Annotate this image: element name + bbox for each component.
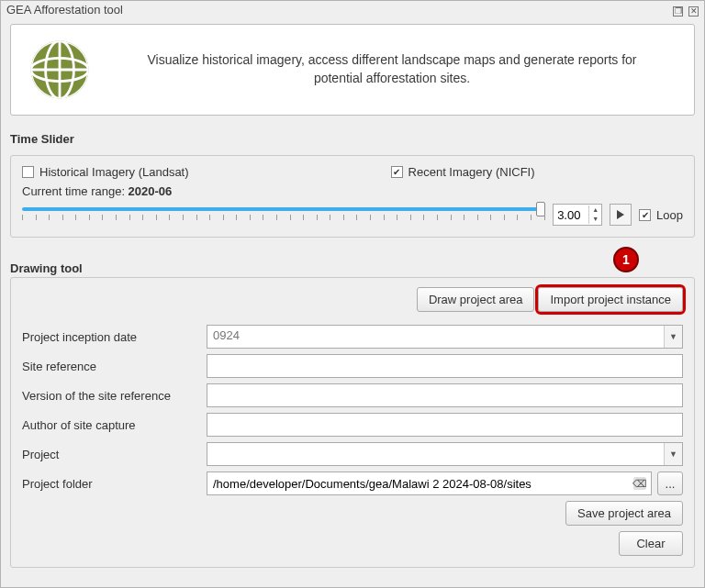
loop-checkbox[interactable]: ✔ Loop: [639, 208, 683, 222]
inception-date-combo[interactable]: 0924 ▼: [207, 325, 683, 349]
spinner-up-icon[interactable]: ▲: [589, 205, 601, 215]
historical-imagery-label: Historical Imagery (Landsat): [39, 165, 189, 179]
browse-folder-button[interactable]: ...: [657, 472, 683, 495]
svg-marker-7: [617, 210, 624, 219]
titlebar: GEA Afforestation tool ❐ ✕: [1, 1, 704, 18]
play-icon: [616, 210, 625, 219]
save-project-area-button[interactable]: Save project area: [565, 501, 683, 526]
window-controls: ❐ ✕: [671, 3, 699, 17]
chevron-down-icon[interactable]: ▼: [664, 326, 682, 348]
clear-button[interactable]: Clear: [619, 531, 683, 556]
detach-icon[interactable]: ❐: [673, 6, 683, 17]
inception-date-value: 0924: [207, 326, 664, 348]
recent-imagery-checkbox[interactable]: ✔ Recent Imagery (NICFI): [391, 165, 535, 179]
annotation-badge: 1: [613, 247, 639, 272]
play-button[interactable]: [610, 204, 632, 226]
close-icon[interactable]: ✕: [688, 6, 699, 17]
header-box: Visualize historical imagery, access dif…: [10, 24, 695, 116]
project-value: [207, 443, 664, 465]
author-input[interactable]: [207, 413, 683, 437]
chevron-down-icon[interactable]: ▼: [664, 443, 682, 465]
current-time-range: Current time range: 2020-06: [22, 184, 683, 198]
window-title: GEA Afforestation tool: [6, 3, 123, 17]
project-folder-input[interactable]: [207, 472, 652, 495]
drawing-tool-group: 1 Draw project area Import project insta…: [10, 277, 695, 568]
globe-icon: [28, 38, 92, 102]
project-combo[interactable]: ▼: [207, 442, 683, 466]
checkbox-icon: [22, 166, 34, 178]
site-reference-input[interactable]: [207, 354, 683, 378]
import-project-instance-button[interactable]: Import project instance: [538, 287, 683, 312]
time-slider[interactable]: [22, 204, 545, 226]
draw-project-area-button[interactable]: Draw project area: [417, 287, 535, 312]
loop-label: Loop: [656, 208, 683, 222]
project-folder-label: Project folder: [22, 477, 201, 491]
time-slider-label: Time Slider: [10, 132, 695, 146]
checkbox-icon: ✔: [391, 166, 403, 178]
spinner-down-icon[interactable]: ▼: [589, 215, 601, 224]
historical-imagery-checkbox[interactable]: Historical Imagery (Landsat): [22, 165, 189, 179]
drawing-tool-label: Drawing tool: [10, 261, 695, 275]
clear-input-icon[interactable]: ⌫: [633, 477, 646, 490]
time-slider-group: Historical Imagery (Landsat) ✔ Recent Im…: [10, 155, 695, 238]
project-label: Project: [22, 448, 201, 461]
speed-input[interactable]: [554, 206, 588, 224]
header-description: Visualize historical imagery, access dif…: [106, 51, 677, 87]
site-reference-label: Site reference: [22, 360, 201, 373]
version-label: Version of the site reference: [22, 389, 201, 403]
checkbox-icon: ✔: [639, 209, 651, 221]
version-input[interactable]: [207, 383, 683, 407]
app-window: GEA Afforestation tool ❐ ✕ Vi: [0, 0, 705, 588]
inception-date-label: Project inception date: [22, 330, 201, 344]
speed-spinner[interactable]: ▲ ▼: [553, 204, 602, 226]
recent-imagery-label: Recent Imagery (NICFI): [408, 165, 535, 179]
author-label: Author of site capture: [22, 418, 201, 432]
